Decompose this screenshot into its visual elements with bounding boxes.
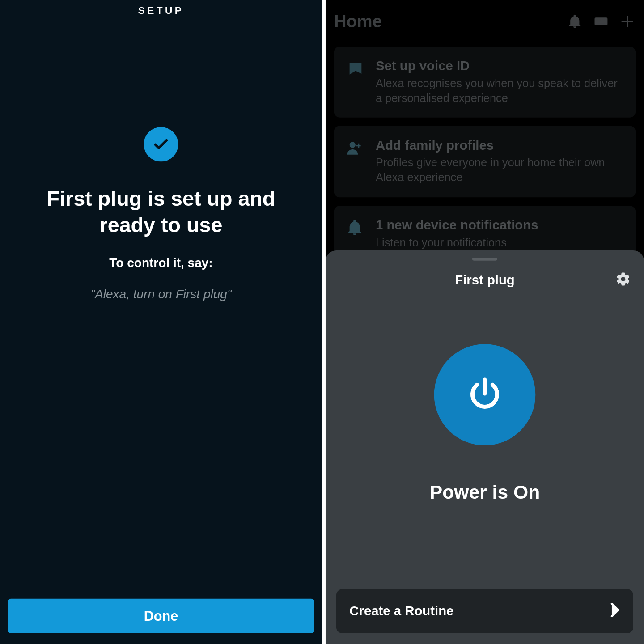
keyboard-icon[interactable]: [593, 13, 609, 30]
card-subtitle: Profiles give everyone in your home thei…: [376, 156, 625, 185]
power-button[interactable]: [434, 344, 536, 445]
setup-voice-hint: "Alexa, turn on First plug": [90, 287, 232, 301]
voice-id-icon: [345, 59, 365, 106]
home-screen: Home Set up voice: [322, 0, 644, 644]
svg-rect-5: [597, 22, 605, 23]
chevron-right-icon: [610, 603, 620, 619]
card-title: 1 new device notifications: [376, 217, 625, 233]
svg-rect-3: [602, 20, 603, 21]
create-routine-label: Create a Routine: [349, 603, 453, 619]
drag-handle[interactable]: [472, 258, 497, 261]
svg-rect-1: [597, 20, 598, 21]
plus-icon[interactable]: [619, 13, 636, 30]
setup-header: SETUP: [138, 5, 184, 17]
card-family-profiles[interactable]: Add family profiles Profiles give everyo…: [334, 126, 636, 197]
check-icon: [144, 127, 178, 161]
card-title: Add family profiles: [376, 138, 625, 153]
family-icon: [345, 138, 365, 185]
device-name: First plug: [455, 272, 515, 288]
device-control-sheet: First plug Power is On Create a Routine: [326, 250, 644, 644]
power-icon: [466, 375, 504, 415]
gear-icon[interactable]: [614, 270, 632, 288]
setup-title: First plug is set up and ready to use: [24, 186, 298, 238]
done-button[interactable]: Done: [8, 599, 314, 633]
svg-rect-4: [604, 20, 606, 21]
done-button-label: Done: [144, 608, 178, 624]
svg-rect-2: [599, 20, 601, 21]
home-title: Home: [334, 12, 557, 31]
card-subtitle: Listen to your notifications: [376, 235, 625, 250]
svg-rect-0: [595, 17, 608, 25]
svg-point-6: [350, 142, 356, 148]
card-subtitle: Alexa recognises you when you speak to d…: [376, 76, 625, 106]
setup-complete-screen: SETUP First plug is set up and ready to …: [0, 0, 322, 644]
bell-icon: [345, 217, 365, 250]
card-voice-id[interactable]: Set up voice ID Alexa recognises you whe…: [334, 47, 636, 118]
setup-subtitle: To control it, say:: [109, 255, 212, 270]
power-status: Power is On: [430, 481, 540, 503]
create-routine-button[interactable]: Create a Routine: [336, 589, 633, 633]
bell-icon[interactable]: [567, 13, 583, 30]
card-title: Set up voice ID: [376, 59, 625, 74]
